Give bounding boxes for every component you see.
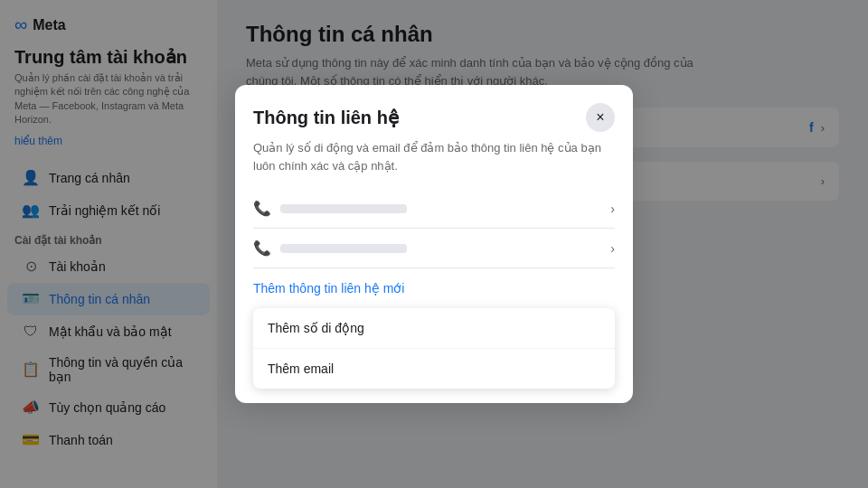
phone-row-1-chevron: › bbox=[610, 202, 615, 216]
add-contact-area: Thêm thông tin liên hệ mới Thêm số di độ… bbox=[235, 268, 633, 389]
modal-header: Thông tin liên hệ × bbox=[235, 85, 633, 132]
phone-icon-1: 📞 bbox=[253, 200, 271, 217]
dropdown-item-add-email[interactable]: Thêm email bbox=[253, 349, 615, 389]
phone-placeholder-2 bbox=[280, 244, 407, 253]
phone-icon-2: 📞 bbox=[253, 239, 271, 257]
modal-close-button[interactable]: × bbox=[586, 103, 615, 132]
phone-row-2[interactable]: 📞 › bbox=[253, 229, 615, 268]
dropdown-item-add-phone[interactable]: Thêm số di động bbox=[253, 308, 615, 349]
phone-row-1-left: 📞 bbox=[253, 200, 407, 217]
modal-overlay[interactable]: Thông tin liên hệ × Quản lý số di động v… bbox=[0, 0, 868, 488]
add-contact-link[interactable]: Thêm thông tin liên hệ mới bbox=[235, 268, 633, 308]
modal-phone-rows: 📞 › 📞 › bbox=[235, 189, 633, 268]
modal-title: Thông tin liên hệ bbox=[253, 107, 399, 128]
dropdown-menu: Thêm số di động Thêm email bbox=[253, 308, 615, 389]
phone-row-2-left: 📞 bbox=[253, 239, 407, 257]
phone-row-2-chevron: › bbox=[610, 241, 615, 256]
phone-row-1[interactable]: 📞 › bbox=[253, 189, 615, 229]
contact-info-modal: Thông tin liên hệ × Quản lý số di động v… bbox=[235, 85, 633, 403]
modal-subtitle: Quản lý số di động và email để đảm bảo t… bbox=[235, 132, 633, 189]
phone-placeholder-1 bbox=[280, 204, 407, 213]
